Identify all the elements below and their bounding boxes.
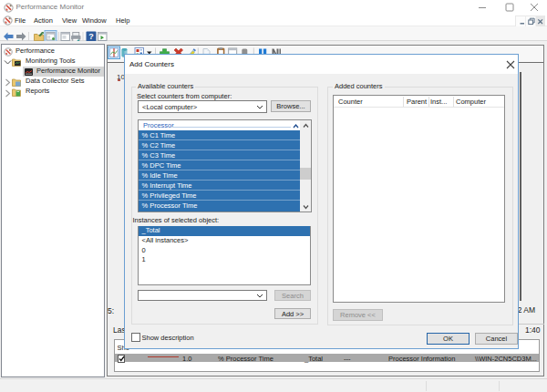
svg-text:?: ?: [88, 32, 94, 41]
